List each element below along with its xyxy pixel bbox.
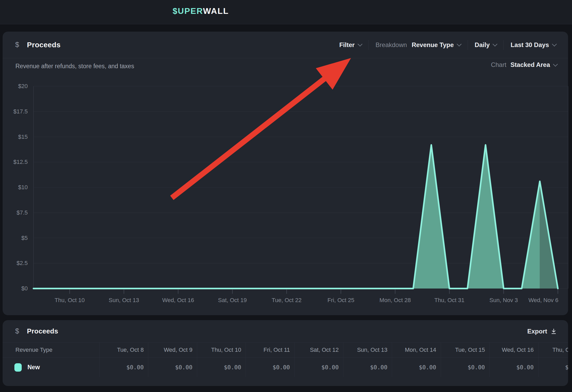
column-header-date: Wed, Oct 9 <box>148 342 197 357</box>
table-value-cell: $0.00 <box>392 357 441 377</box>
y-tick-label: $20 <box>3 82 28 90</box>
column-header-revenue-type: Revenue Type <box>3 342 100 357</box>
table-value-cell: $0.00 <box>539 357 568 377</box>
proceeds-chart-card: $ Proceeds Filter Breakdown Revenue Type… <box>3 32 568 315</box>
table-value-cell: $0.00 <box>343 357 392 377</box>
filter-dropdown[interactable]: Filter <box>332 41 369 49</box>
date-range-value: Last 30 Days <box>511 41 549 49</box>
logo-rest: WALL <box>203 6 229 16</box>
x-tick-label: Thu, Oct 31 <box>434 297 465 304</box>
granularity-value: Daily <box>475 41 490 49</box>
y-tick-label: $0 <box>3 285 28 292</box>
logo-accent: $UPER <box>173 6 203 16</box>
proceeds-table: Revenue TypeTue, Oct 8Wed, Oct 9Thu, Oct… <box>3 342 568 377</box>
chart-type-value: Stacked Area <box>511 61 550 68</box>
table-value-cell: $0.00 <box>295 357 343 377</box>
chart-type-dropdown[interactable]: Chart Stacked Area <box>491 61 557 68</box>
x-tick-label: Fri, Oct 25 <box>327 297 354 304</box>
chevron-down-icon <box>457 42 461 46</box>
y-tick-label: $5 <box>3 234 28 242</box>
date-range-dropdown[interactable]: Last 30 Days <box>504 41 556 49</box>
chart-controls: Filter Breakdown Revenue Type Daily Last… <box>332 32 556 58</box>
x-tick-label: Tue, Oct 22 <box>272 297 302 304</box>
chart-card-header: $ Proceeds Filter Breakdown Revenue Type… <box>3 32 568 58</box>
x-tick-label: Sat, Oct 19 <box>218 297 247 304</box>
column-header-date: Sun, Oct 13 <box>343 342 392 357</box>
x-tick-label: Wed, Oct 16 <box>162 297 194 304</box>
chart-card-title: Proceeds <box>27 41 60 49</box>
x-tick-label: Sun, Nov 3 <box>489 297 518 304</box>
export-button[interactable]: Export <box>527 320 557 342</box>
column-header-date: Tue, Oct 15 <box>441 342 490 357</box>
column-header-date: Wed, Oct 16 <box>490 342 538 357</box>
chart-type-label: Chart <box>491 61 506 68</box>
chart-subheader: Revenue after refunds, store fees, and t… <box>3 58 568 76</box>
table-value-cell: $0.00 <box>490 357 538 377</box>
table-value-cell: $0.00 <box>100 357 148 377</box>
column-header-date: Thu, Oct 10 <box>197 342 246 357</box>
x-tick-label: Thu, Oct 10 <box>55 297 85 304</box>
table-value-cell: $0.00 <box>197 357 246 377</box>
table-value-cell: $0.00 <box>246 357 295 377</box>
y-tick-label: $12.5 <box>3 158 28 166</box>
breakdown-dropdown[interactable]: Breakdown Revenue Type <box>369 41 468 49</box>
y-tick-label: $7.5 <box>3 209 28 217</box>
x-tick-label: Mon, Oct 28 <box>380 297 411 304</box>
y-tick-label: $10 <box>3 183 28 191</box>
series-swatch <box>14 363 22 372</box>
table-value-cell: $0.00 <box>148 357 197 377</box>
series-name: New <box>27 364 40 371</box>
chevron-down-icon <box>358 42 362 46</box>
y-tick-label: $15 <box>3 133 28 141</box>
column-header-date: Thu, Oct 17 <box>539 342 568 357</box>
x-tick-label: Wed, Nov 6 <box>528 297 558 304</box>
download-icon <box>550 328 557 335</box>
chevron-down-icon <box>553 62 558 66</box>
export-label: Export <box>527 328 547 335</box>
x-tick-label: Sun, Oct 13 <box>109 297 139 304</box>
chevron-down-icon <box>493 42 497 46</box>
superwall-logo: $UPERWALL <box>173 6 229 16</box>
y-tick-label: $2.5 <box>3 259 28 267</box>
filter-label: Filter <box>339 41 355 49</box>
column-header-date: Mon, Oct 14 <box>392 342 441 357</box>
breakdown-value: Revenue Type <box>412 41 454 49</box>
y-tick-label: $17.5 <box>3 108 28 116</box>
dollar-icon: $ <box>15 41 19 49</box>
breakdown-label: Breakdown <box>376 41 407 49</box>
column-header-date: Tue, Oct 8 <box>100 342 148 357</box>
table-card-header: $ Proceeds Export <box>3 320 568 342</box>
top-bar: $UPERWALL <box>0 0 572 24</box>
proceeds-table-card: $ Proceeds Export Revenue TypeTue, Oct 8… <box>3 320 568 386</box>
column-header-date: Sat, Oct 12 <box>295 342 343 357</box>
chart-subtitle: Revenue after refunds, store fees, and t… <box>15 63 134 70</box>
table-row-label-cell: New <box>3 357 100 377</box>
chevron-down-icon <box>552 42 557 46</box>
column-header-date: Fri, Oct 11 <box>246 342 295 357</box>
dollar-icon: $ <box>15 327 19 335</box>
granularity-dropdown[interactable]: Daily <box>468 41 503 49</box>
table-card-title: Proceeds <box>27 327 58 335</box>
table-value-cell: $0.00 <box>441 357 490 377</box>
